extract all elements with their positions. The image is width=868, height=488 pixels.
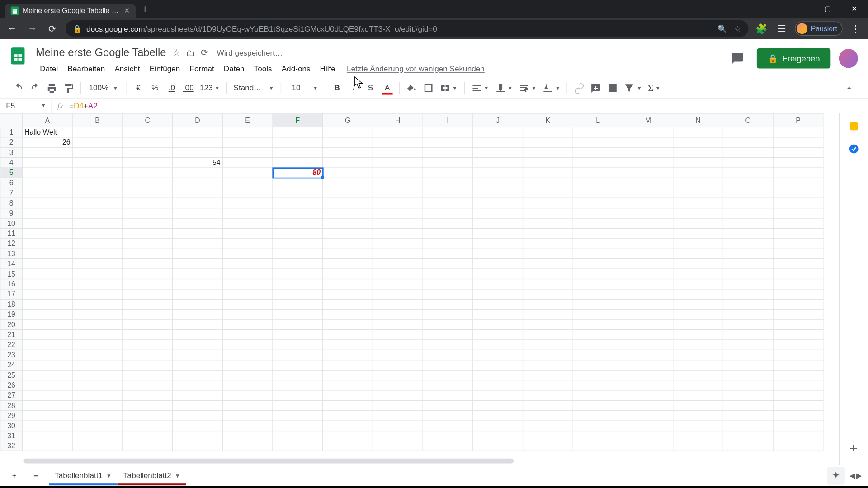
cell-L28[interactable] [573, 400, 623, 410]
horizontal-align-button[interactable]: ▼ [469, 80, 491, 95]
cell-A23[interactable] [22, 350, 72, 360]
cell-N10[interactable] [673, 218, 723, 228]
cell-I3[interactable] [423, 147, 473, 157]
cell-L15[interactable] [573, 269, 623, 279]
bold-button[interactable]: B [330, 80, 345, 95]
cell-P9[interactable] [773, 208, 823, 218]
cell-E22[interactable] [222, 340, 273, 350]
cell-F16[interactable] [273, 279, 323, 289]
cell-N3[interactable] [673, 147, 723, 157]
cell-J21[interactable] [473, 330, 523, 340]
cell-K26[interactable] [523, 380, 573, 390]
cell-E28[interactable] [222, 400, 273, 410]
cell-N16[interactable] [673, 279, 723, 289]
cell-O1[interactable] [723, 127, 773, 137]
cell-P23[interactable] [773, 350, 823, 360]
cell-H25[interactable] [373, 370, 423, 380]
cell-K22[interactable] [523, 340, 573, 350]
cell-C25[interactable] [123, 370, 173, 380]
cell-O29[interactable] [723, 411, 773, 421]
menu-format[interactable]: Format [185, 62, 218, 75]
cell-C10[interactable] [123, 218, 173, 228]
row-header-7[interactable]: 7 [0, 188, 23, 198]
cell-F23[interactable] [273, 350, 323, 360]
chrome-menu-icon[interactable]: ⋮ [849, 21, 863, 36]
cell-B5[interactable] [72, 168, 123, 178]
cell-A6[interactable] [22, 178, 72, 188]
cell-P13[interactable] [773, 249, 823, 258]
cell-L18[interactable] [573, 299, 623, 309]
cell-D6[interactable] [173, 178, 223, 188]
add-side-panel-button[interactable]: + [850, 441, 858, 456]
column-header-N[interactable]: N [673, 113, 723, 127]
cell-P18[interactable] [773, 299, 823, 309]
cell-C1[interactable] [123, 127, 173, 137]
cell-K14[interactable] [523, 259, 573, 269]
cell-B11[interactable] [72, 228, 123, 238]
row-header-17[interactable]: 17 [0, 289, 23, 299]
column-header-A[interactable]: A [22, 113, 72, 127]
cell-I13[interactable] [423, 249, 473, 258]
forward-button[interactable]: → [25, 21, 39, 36]
cell-E7[interactable] [222, 188, 273, 198]
cell-P3[interactable] [773, 147, 823, 157]
cell-F13[interactable] [273, 249, 323, 258]
reading-list-icon[interactable]: ☰ [774, 21, 789, 36]
cell-G7[interactable] [323, 188, 373, 198]
sheet-nav-right[interactable]: ▶ [856, 471, 862, 479]
cell-G13[interactable] [323, 249, 373, 258]
cell-I9[interactable] [423, 208, 473, 218]
cell-A20[interactable] [22, 319, 72, 329]
cell-A30[interactable] [22, 421, 72, 431]
cell-B4[interactable] [72, 158, 123, 168]
zoom-select[interactable]: 100%▼ [85, 80, 122, 95]
explore-button[interactable] [827, 467, 845, 485]
cell-M18[interactable] [623, 299, 673, 309]
cell-F8[interactable] [273, 198, 323, 208]
cell-E10[interactable] [222, 218, 273, 228]
window-maximize[interactable]: ▢ [814, 0, 840, 18]
cell-L11[interactable] [573, 228, 623, 238]
column-header-H[interactable]: H [373, 113, 423, 127]
menu-einfügen[interactable]: Einfügen [145, 62, 184, 75]
cell-J30[interactable] [473, 421, 523, 431]
cell-H28[interactable] [373, 400, 423, 410]
cell-G15[interactable] [323, 269, 373, 279]
cell-P20[interactable] [773, 319, 823, 329]
cell-B14[interactable] [72, 259, 123, 269]
cell-L21[interactable] [573, 330, 623, 340]
cell-G3[interactable] [323, 147, 373, 157]
cell-G6[interactable] [323, 178, 373, 188]
cell-D5[interactable] [173, 168, 223, 178]
cell-E13[interactable] [222, 249, 273, 258]
cell-L30[interactable] [573, 421, 623, 431]
cell-M22[interactable] [623, 340, 673, 350]
cell-P5[interactable] [773, 168, 823, 178]
cell-L6[interactable] [573, 178, 623, 188]
cell-A8[interactable] [22, 198, 72, 208]
bookmark-icon[interactable]: ☆ [734, 24, 741, 33]
cell-C4[interactable] [123, 158, 173, 168]
cell-G11[interactable] [323, 228, 373, 238]
cell-N20[interactable] [673, 319, 723, 329]
cell-H8[interactable] [373, 198, 423, 208]
cell-L10[interactable] [573, 218, 623, 228]
cell-P14[interactable] [773, 259, 823, 269]
cell-D22[interactable] [173, 340, 223, 350]
cell-M7[interactable] [623, 188, 673, 198]
cell-N15[interactable] [673, 269, 723, 279]
cell-B32[interactable] [72, 441, 123, 451]
cell-K24[interactable] [523, 360, 573, 370]
functions-button[interactable]: Σ▼ [646, 80, 663, 95]
cell-O8[interactable] [723, 198, 773, 208]
cell-I7[interactable] [423, 188, 473, 198]
cell-D11[interactable] [173, 228, 223, 238]
cell-M30[interactable] [623, 421, 673, 431]
cell-D19[interactable] [173, 310, 223, 319]
cell-J14[interactable] [473, 259, 523, 269]
cell-H5[interactable] [373, 168, 423, 178]
cell-J7[interactable] [473, 188, 523, 198]
cell-J23[interactable] [473, 350, 523, 360]
cell-E4[interactable] [222, 158, 273, 168]
cell-O3[interactable] [723, 147, 773, 157]
